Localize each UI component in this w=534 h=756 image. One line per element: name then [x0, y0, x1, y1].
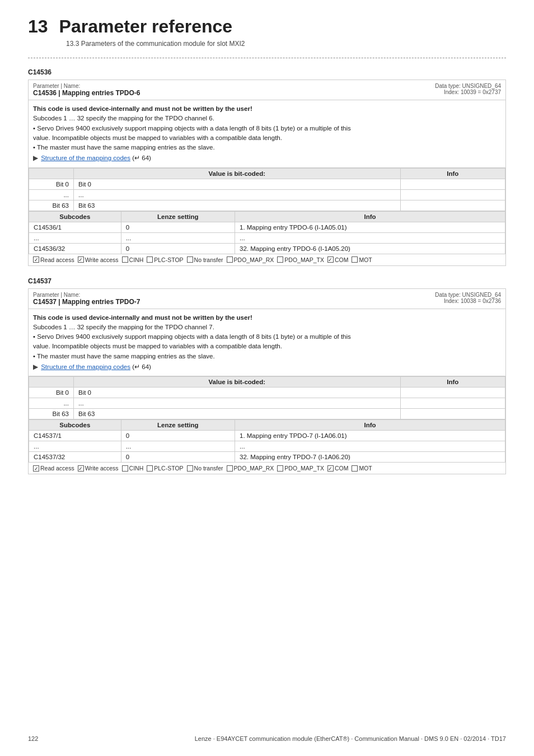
- checkbox-icon: [352, 256, 358, 263]
- bit-row: Bit 0Bit 0: [29, 179, 505, 189]
- checkbox-icon: [122, 256, 128, 263]
- sub-col-lenze-1: Lenze setting: [121, 211, 235, 222]
- sub-cell: 1. Mapping entry TPDO-6 (I-1A05.01): [235, 222, 505, 232]
- footer-checkbox-item: COM: [327, 465, 349, 472]
- checkbox-label: MOT: [359, 465, 372, 472]
- desc-link-row-2[interactable]: ▶ Structure of the mapping codes (↵ 64): [33, 362, 501, 372]
- checkbox-label: PDO_MAP_TX: [284, 256, 324, 263]
- sub-cell: 0: [121, 431, 235, 441]
- param-name-value-1: C14536 | Mapping entries TPDO-6: [33, 89, 140, 97]
- sub-table-2: Subcodes Lenze setting Info C14537/101. …: [29, 419, 505, 463]
- bit-cell: Bit 63: [74, 200, 401, 211]
- divider: [28, 58, 506, 58]
- sub-row: C14536/101. Mapping entry TPDO-6 (I-1A05…: [29, 222, 505, 232]
- param-footer-1: Read accessWrite accessCINHPLC-STOPNo tr…: [29, 254, 505, 265]
- checkbox-label: COM: [335, 256, 349, 263]
- checkbox-label: No transfer: [194, 465, 223, 472]
- param-name-group-2: Parameter | Name: C14537 | Mapping entri…: [33, 292, 140, 306]
- checkbox-icon: [352, 465, 358, 472]
- footer-checkbox-item: PDO_MAP_TX: [277, 256, 324, 263]
- desc-link-row-1[interactable]: ▶ Structure of the mapping codes (↵ 64): [33, 153, 501, 163]
- bit-col-info-2: Info: [400, 377, 505, 388]
- footer-checkbox-item: No transfer: [187, 256, 223, 263]
- footer-checkbox-item: Read access: [33, 256, 74, 263]
- checkbox-label: Write access: [85, 256, 119, 263]
- bit-cell: [400, 388, 505, 398]
- chapter-number: 13: [28, 17, 48, 36]
- page-footer: 122 Lenze · E94AYCET communication modul…: [28, 735, 506, 742]
- footer-checkbox-item: PLC-STOP: [147, 256, 183, 263]
- checkbox-icon: [147, 465, 153, 472]
- desc-line-1-3: value. Incompatible objects must be mapp…: [33, 133, 501, 143]
- checkbox-label: No transfer: [194, 256, 223, 263]
- checkbox-icon: [187, 256, 193, 263]
- footer-checkbox-item: MOT: [352, 256, 372, 263]
- checkbox-icon: [277, 256, 283, 263]
- bit-cell: [400, 200, 505, 211]
- sub-cell: 32. Mapping entry TPDO-7 (I-1A06.20): [235, 452, 505, 463]
- checkbox-label: CINH: [129, 465, 144, 472]
- desc-title-2: This code is used device-internally and …: [33, 313, 501, 323]
- footer-checkbox-item: PDO_MAP_TX: [277, 465, 324, 472]
- page-header: 13 Parameter reference: [28, 17, 506, 36]
- sub-cell: 1. Mapping entry TPDO-7 (I-1A06.01): [235, 431, 505, 441]
- link-suffix-2: (↵ 64): [130, 363, 151, 370]
- mapping-codes-link-1[interactable]: Structure of the mapping codes: [41, 155, 130, 161]
- sub-row: C14537/32032. Mapping entry TPDO-7 (I-1A…: [29, 452, 505, 463]
- checkbox-icon: [227, 465, 233, 472]
- bit-row: Bit 0Bit 0: [29, 388, 505, 398]
- arrow-icon-2: ▶: [33, 363, 38, 370]
- sub-row: C14537/101. Mapping entry TPDO-7 (I-1A06…: [29, 431, 505, 441]
- desc-title-1: This code is used device-internally and …: [33, 104, 501, 114]
- sub-row: C14536/32032. Mapping entry TPDO-6 (I-1A…: [29, 243, 505, 254]
- bit-cell: ...: [74, 398, 401, 409]
- param-datatype-1: Data type: UNSIGNED_64 Index: 10039 = 0x…: [435, 83, 501, 95]
- checkbox-icon: [33, 465, 39, 472]
- footer-center-text: Lenze · E94AYCET communication module (E…: [195, 735, 506, 742]
- desc-line-2-2: • Servo Drives 9400 exclusively support …: [33, 332, 501, 342]
- checkbox-icon: [33, 256, 39, 263]
- sub-cell: ...: [235, 232, 505, 243]
- desc-line-2-1: Subcodes 1 … 32 specify the mapping for …: [33, 323, 501, 332]
- sub-row: .........: [29, 441, 505, 452]
- sub-cell: ...: [121, 232, 235, 243]
- mapping-codes-link-2[interactable]: Structure of the mapping codes: [41, 363, 130, 370]
- param-label-1: Parameter | Name:: [33, 83, 140, 89]
- footer-checkbox-item: PDO_MAP_RX: [227, 256, 274, 263]
- sub-col-info-2: Info: [235, 420, 505, 431]
- sub-cell: C14536/1: [29, 222, 121, 232]
- page-number: 122: [28, 735, 38, 742]
- sub-cell: C14536/32: [29, 243, 121, 254]
- sub-cell: C14537/32: [29, 452, 121, 463]
- sub-cell: 0: [121, 243, 235, 254]
- sub-col-info-1: Info: [235, 211, 505, 222]
- section-label-2: C14537: [28, 277, 506, 285]
- bit-cell: ...: [74, 189, 401, 200]
- bit-cell: [400, 189, 505, 200]
- bit-cell: ...: [29, 189, 74, 200]
- checkbox-label: CINH: [129, 256, 144, 263]
- checkbox-label: MOT: [359, 256, 372, 263]
- desc-line-2-3: value. Incompatible objects must be mapp…: [33, 342, 501, 351]
- footer-checkbox-item: No transfer: [187, 465, 223, 472]
- sub-cell: ...: [29, 232, 121, 243]
- param-name-value-2: C14537 | Mapping entries TPDO-7: [33, 298, 140, 306]
- sub-cell: 32. Mapping entry TPDO-6 (I-1A05.20): [235, 243, 505, 254]
- link-suffix-1: (↵ 64): [130, 155, 151, 161]
- desc-line-1-4: • The master must have the same mapping …: [33, 143, 501, 152]
- sub-cell: C14537/1: [29, 431, 121, 441]
- checkbox-label: COM: [335, 465, 349, 472]
- desc-line-2-4: • The master must have the same mapping …: [33, 352, 501, 361]
- checkbox-icon: [122, 465, 128, 472]
- checkbox-icon: [187, 465, 193, 472]
- footer-checkbox-item: PLC-STOP: [147, 465, 183, 472]
- bit-cell: Bit 0: [29, 179, 74, 189]
- checkbox-label: PLC-STOP: [154, 256, 183, 263]
- sub-cell: ...: [235, 441, 505, 452]
- checkbox-label: PDO_MAP_TX: [284, 465, 324, 472]
- checkbox-icon: [327, 256, 334, 263]
- param-block-2: Parameter | Name: C14537 | Mapping entri…: [28, 288, 506, 475]
- bit-col-header-2: Value is bit-coded:: [74, 377, 401, 388]
- param-datatype-2: Data type: UNSIGNED_64 Index: 10038 = 0x…: [435, 292, 501, 304]
- checkbox-icon: [147, 256, 153, 263]
